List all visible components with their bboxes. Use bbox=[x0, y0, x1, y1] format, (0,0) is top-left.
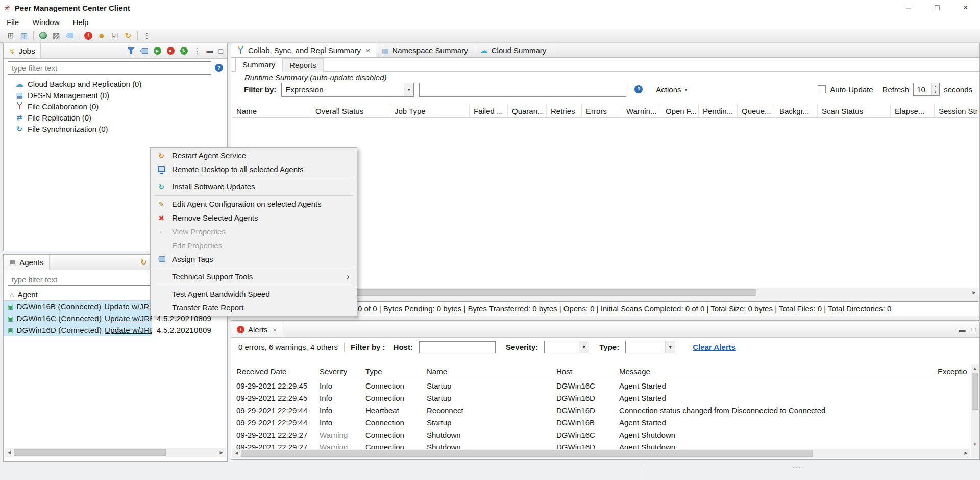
col-type[interactable]: Type bbox=[361, 364, 423, 379]
menu-item-remote-desktop[interactable]: Remote Desktop to all selected Agents bbox=[151, 162, 357, 176]
col-scan-status[interactable]: Scan Status bbox=[818, 104, 891, 117]
alerts-view-tab[interactable]: ! Alerts × bbox=[231, 322, 283, 337]
type-combo[interactable]: ▾ bbox=[625, 341, 675, 353]
agents-view-tab[interactable]: ▤ Agents bbox=[4, 255, 50, 270]
scroll-left-icon[interactable]: ◀ bbox=[5, 448, 14, 457]
open-perspective-icon[interactable]: ▨ bbox=[50, 30, 63, 41]
agent-update-link[interactable]: Update w/JRE bbox=[104, 302, 152, 311]
col-name[interactable]: Name bbox=[423, 364, 552, 379]
view-menu-icon[interactable]: ⋮ bbox=[193, 46, 201, 56]
scrollbar-thumb[interactable] bbox=[972, 373, 978, 410]
alert-row[interactable]: 09-29-2021 22:29:45 Info Connection Star… bbox=[232, 392, 970, 404]
alerts-vertical-scrollbar[interactable]: ▲ ▼ bbox=[971, 364, 979, 449]
tags-toolbar-icon[interactable] bbox=[63, 30, 76, 41]
refresh-seconds-stepper[interactable]: ▴ ▾ bbox=[913, 83, 940, 96]
menu-file[interactable]: File bbox=[0, 15, 26, 29]
clear-alerts-link[interactable]: Clear Alerts bbox=[693, 343, 736, 351]
col-retries[interactable]: Retries bbox=[547, 104, 582, 117]
col-job-type[interactable]: Job Type bbox=[390, 104, 470, 117]
filter-expression-input[interactable] bbox=[419, 83, 626, 97]
spin-up-icon[interactable]: ▴ bbox=[932, 83, 939, 89]
tree-item-dfsn-management[interactable]: ▦ DFS-N Management (0) bbox=[4, 89, 227, 101]
menu-help[interactable]: Help bbox=[66, 15, 95, 29]
col-failed[interactable]: Failed ... bbox=[470, 104, 508, 117]
menu-item-technical-support-tools[interactable]: Technical Support Tools › bbox=[151, 270, 357, 283]
tab-cloud-summary[interactable]: ☁ Cloud Summary bbox=[474, 43, 553, 57]
col-background[interactable]: Backgr... bbox=[775, 104, 818, 117]
col-session-status[interactable]: Session Stru bbox=[935, 104, 978, 117]
drag-grip-icon[interactable]: ···· bbox=[792, 464, 804, 471]
filter-expression-combo[interactable]: Expression ▾ bbox=[281, 83, 414, 97]
col-severity[interactable]: Severity bbox=[315, 364, 361, 379]
subtab-summary[interactable]: Summary bbox=[235, 58, 282, 72]
agent-update-link[interactable]: Update w/JRE bbox=[105, 314, 152, 323]
edit-jobs-icon[interactable]: ☑ bbox=[108, 30, 121, 41]
agents-horizontal-scrollbar[interactable]: ◀ ▶ bbox=[5, 448, 226, 457]
col-exception[interactable]: Exceptio bbox=[934, 364, 970, 379]
jobs-filter-input[interactable] bbox=[8, 61, 211, 75]
scroll-down-icon[interactable]: ▼ bbox=[971, 440, 979, 449]
new-wizard-icon[interactable]: ⊞ bbox=[4, 30, 17, 41]
views-icon[interactable]: ▥ bbox=[17, 30, 31, 41]
restart-job-icon[interactable]: ↻ bbox=[180, 47, 188, 55]
actions-button[interactable]: Actions ▾ bbox=[652, 84, 691, 95]
install-updates-icon[interactable]: ↻ bbox=[140, 258, 147, 267]
scroll-right-icon[interactable]: ▶ bbox=[217, 448, 226, 457]
col-errors[interactable]: Errors bbox=[582, 104, 622, 117]
maximize-view-icon[interactable]: □ bbox=[219, 47, 223, 55]
alert-row[interactable]: 09-29-2021 22:29:44 Info Connection Star… bbox=[232, 416, 970, 428]
alert-row[interactable]: 09-29-2021 22:29:45 Info Connection Star… bbox=[232, 379, 970, 392]
col-warnings[interactable]: Warnin... bbox=[622, 104, 662, 117]
col-name[interactable]: Name bbox=[232, 104, 311, 117]
close-tab-icon[interactable]: × bbox=[366, 46, 370, 55]
col-queued[interactable]: Queue... bbox=[738, 104, 775, 117]
menu-window[interactable]: Window bbox=[26, 15, 66, 29]
start-job-icon[interactable]: ▶ bbox=[154, 47, 161, 55]
scrollbar-thumb[interactable] bbox=[14, 449, 166, 456]
maximize-view-icon[interactable]: □ bbox=[971, 326, 975, 334]
agent-update-link[interactable]: Update w/JRE bbox=[105, 326, 152, 334]
close-tab-icon[interactable]: × bbox=[273, 326, 277, 334]
severity-combo[interactable]: ▾ bbox=[544, 341, 589, 353]
web-help-icon[interactable] bbox=[36, 30, 50, 41]
col-overall-status[interactable]: Overall Status bbox=[311, 104, 390, 117]
col-elapsed[interactable]: Elapse... bbox=[891, 104, 935, 117]
stop-job-icon[interactable]: ■ bbox=[167, 47, 175, 55]
alert-row[interactable]: 09-29-2021 22:29:27 Warning Connection S… bbox=[232, 441, 970, 449]
subtab-reports[interactable]: Reports bbox=[282, 58, 324, 72]
alert-row[interactable]: 09-29-2021 22:29:44 Info Heartbeat Recon… bbox=[232, 404, 970, 416]
scrollbar-thumb[interactable] bbox=[241, 450, 813, 457]
minimize-view-icon[interactable]: ▬ bbox=[207, 47, 213, 55]
alerts-horizontal-scrollbar[interactable]: ◀ ▶ bbox=[232, 449, 970, 458]
scroll-right-icon[interactable]: ▶ bbox=[962, 449, 970, 458]
menu-item-install-software-updates[interactable]: ↻ Install Software Updates bbox=[151, 180, 357, 194]
spin-down-icon[interactable]: ▾ bbox=[932, 89, 939, 95]
filter-help-icon[interactable]: ? bbox=[634, 85, 643, 93]
filter-jobs-icon[interactable] bbox=[128, 47, 135, 54]
tree-item-file-collaboration[interactable]: File Collaboration (0) bbox=[4, 101, 227, 112]
menu-item-edit-agent-configuration[interactable]: ✎ Edit Agent Configuration on selected A… bbox=[151, 197, 357, 211]
alerts-toolbar-icon[interactable]: ! bbox=[82, 30, 95, 41]
alert-row[interactable]: 09-29-2021 22:29:27 Warning Connection S… bbox=[232, 428, 970, 441]
col-host[interactable]: Host bbox=[552, 364, 615, 379]
col-open-files[interactable]: Open F... bbox=[662, 104, 699, 117]
jobs-help-icon[interactable]: ? bbox=[215, 64, 223, 72]
scroll-up-icon[interactable]: ▲ bbox=[971, 364, 979, 373]
minimize-view-icon[interactable]: ▬ bbox=[959, 326, 966, 333]
scroll-right-icon[interactable]: ▶ bbox=[970, 288, 978, 297]
tree-item-file-replication[interactable]: ⇄ File Replication (0) bbox=[4, 112, 227, 123]
col-message[interactable]: Message bbox=[615, 364, 934, 379]
host-filter-input[interactable] bbox=[419, 341, 496, 353]
refresh-seconds-input[interactable] bbox=[914, 83, 931, 95]
maximize-window-button[interactable]: □ bbox=[923, 0, 951, 15]
auto-update-label[interactable]: Auto-Update bbox=[830, 85, 873, 94]
col-pending[interactable]: Pendin... bbox=[699, 104, 738, 117]
tree-item-file-synchronization[interactable]: ↻ File Synchronization (0) bbox=[4, 123, 227, 134]
col-quarantined[interactable]: Quaran... bbox=[508, 104, 547, 117]
minimize-window-button[interactable]: – bbox=[894, 0, 923, 15]
tab-namespace-summary[interactable]: ▦ Namespace Summary bbox=[376, 43, 474, 57]
menu-item-assign-tags[interactable]: Assign Tags bbox=[151, 252, 357, 266]
agents-toolbar-icon[interactable]: ☻ bbox=[95, 30, 108, 41]
menu-item-remove-selected-agents[interactable]: ✖ Remove Selected Agents bbox=[151, 211, 357, 225]
toolbar-overflow-icon[interactable]: ⋮ bbox=[140, 30, 154, 41]
